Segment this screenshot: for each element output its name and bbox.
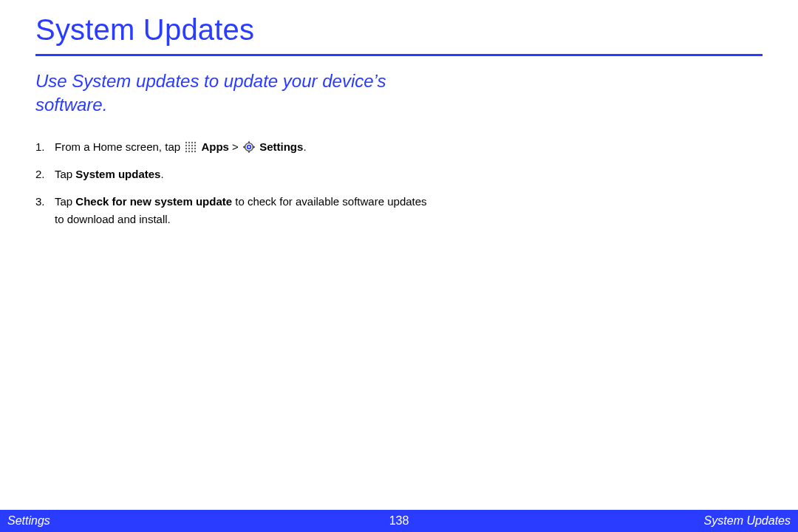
step-1-pre: From a Home screen, tap: [55, 140, 183, 153]
svg-point-15: [194, 151, 196, 152]
svg-point-26: [248, 146, 250, 148]
step-2-bold: System updates: [75, 168, 160, 180]
svg-point-0: [185, 142, 187, 143]
intro-text: Use System updates to update your device…: [35, 69, 420, 117]
apps-label: Apps: [201, 140, 229, 153]
svg-point-14: [191, 151, 193, 152]
svg-point-4: [185, 145, 187, 146]
svg-point-9: [188, 148, 190, 149]
settings-gear-icon: [243, 141, 255, 153]
step-3: Tap Check for new system update to check…: [35, 193, 434, 228]
svg-point-11: [194, 148, 196, 149]
svg-point-2: [191, 142, 193, 143]
svg-point-3: [194, 142, 196, 143]
footer-right: System Updates: [704, 514, 791, 528]
svg-point-8: [185, 148, 187, 149]
step-3-pre: Tap: [55, 195, 75, 208]
step-2-pre: Tap: [55, 168, 75, 180]
page-title: System Updates: [35, 13, 763, 56]
svg-point-7: [194, 145, 196, 146]
svg-point-12: [185, 151, 187, 152]
step-3-bold: Check for new system update: [75, 195, 232, 208]
steps-list: From a Home screen, tap Apps >: [35, 138, 434, 228]
footer-left: Settings: [7, 514, 50, 528]
step-1: From a Home screen, tap Apps >: [35, 138, 434, 155]
svg-point-5: [188, 145, 190, 146]
svg-point-13: [188, 151, 190, 152]
settings-label: Settings: [259, 140, 303, 153]
svg-rect-17: [248, 141, 250, 143]
footer-page-number: 138: [389, 514, 409, 528]
svg-point-6: [191, 145, 193, 146]
step-1-post: .: [303, 140, 306, 153]
page-footer: Settings 138 System Updates: [0, 510, 798, 532]
apps-grid-icon: [185, 141, 197, 153]
step-2-post: .: [160, 168, 163, 180]
svg-point-10: [191, 148, 193, 149]
svg-rect-18: [248, 151, 250, 152]
step-2: Tap System updates.: [35, 166, 434, 183]
svg-point-1: [188, 142, 190, 143]
step-1-sep: >: [229, 140, 242, 153]
